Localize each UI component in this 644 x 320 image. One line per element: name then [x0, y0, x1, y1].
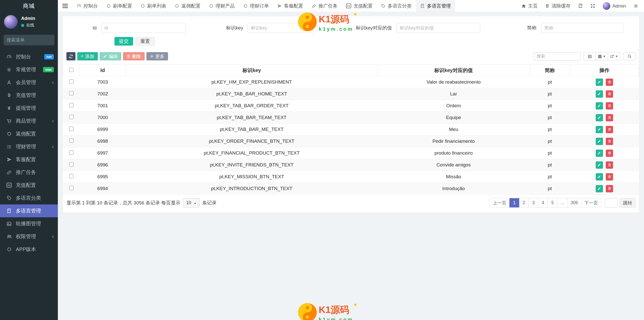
- row-edit-button[interactable]: [596, 90, 603, 98]
- row-edit-button[interactable]: [596, 185, 603, 192]
- sidebar-search-input[interactable]: [7, 38, 65, 43]
- row-checkbox[interactable]: [69, 162, 73, 166]
- page-button-1[interactable]: 1: [509, 198, 519, 207]
- sidebar-item-console[interactable]: 控制台hot: [0, 50, 58, 63]
- export-button[interactable]: ▼: [608, 52, 620, 60]
- user-menu[interactable]: Admin: [603, 2, 626, 10]
- table-row: 6997 pt,KEY_FINANCIAL_PRODUCT_BTN_TEXT p…: [63, 147, 639, 159]
- tab-recharge-config[interactable]: cc充值配置: [342, 0, 377, 12]
- filter-id-input[interactable]: [101, 23, 185, 33]
- page-button-4[interactable]: 4: [538, 198, 548, 207]
- select-all-checkbox[interactable]: [69, 68, 73, 72]
- sidebar-item-app-version[interactable]: APP版本: [0, 243, 58, 256]
- sidebar-item-lang-category[interactable]: 多语言分类: [0, 192, 58, 204]
- clear-cache-link[interactable]: 清除缓存: [545, 3, 571, 9]
- add-button[interactable]: +添加: [77, 52, 98, 60]
- row-checkbox[interactable]: [69, 150, 73, 155]
- filter-short-input[interactable]: [541, 23, 623, 33]
- jump-page-input[interactable]: [605, 198, 618, 207]
- sidebar-item-service[interactable]: 客服配置: [0, 153, 58, 166]
- translate-button[interactable]: [578, 4, 583, 8]
- row-delete-button[interactable]: [606, 126, 613, 133]
- delete-button[interactable]: 删除: [123, 52, 145, 60]
- cell-actions: [570, 147, 639, 159]
- tab-service-config[interactable]: 客服配置: [273, 0, 307, 12]
- row-delete-button[interactable]: [606, 102, 613, 110]
- row-edit-button[interactable]: [596, 161, 603, 169]
- prev-page-button[interactable]: 上一页: [490, 198, 510, 207]
- row-delete-button[interactable]: [606, 114, 613, 121]
- sidebar-item-permission[interactable]: 权限管理‹: [0, 230, 58, 243]
- row-delete-button[interactable]: [606, 79, 613, 86]
- pencil-icon: [597, 80, 601, 84]
- edit-button[interactable]: 编辑: [100, 52, 121, 60]
- home-link[interactable]: 主页: [521, 3, 538, 9]
- row-checkbox[interactable]: [69, 79, 73, 84]
- next-page-button[interactable]: 下一页: [581, 198, 601, 207]
- sidebar-item-members[interactable]: 会员管理‹: [0, 76, 58, 89]
- sidebar-item-finance[interactable]: 理财管理‹: [0, 140, 58, 153]
- tab-lang-category[interactable]: 多语言分类: [377, 0, 416, 12]
- row-edit-button[interactable]: [596, 150, 603, 157]
- page-button-5[interactable]: 5: [548, 198, 557, 207]
- row-delete-button[interactable]: [606, 90, 613, 98]
- filter-value-input[interactable]: [396, 23, 480, 33]
- row-delete-button[interactable]: [606, 173, 613, 181]
- row-edit-button[interactable]: [596, 102, 603, 110]
- row-edit-button[interactable]: [596, 114, 603, 121]
- tab-order-config[interactable]: 刷单配置: [102, 0, 136, 12]
- sidebar-item-promotion[interactable]: 推广任务: [0, 166, 58, 179]
- table-search-input[interactable]: [534, 52, 581, 60]
- row-delete-button[interactable]: [606, 161, 613, 169]
- row-checkbox[interactable]: [69, 186, 73, 190]
- hamburger-menu-icon[interactable]: [58, 0, 72, 12]
- search-toggle-button[interactable]: [623, 52, 635, 60]
- table-row: 6995 pt,KEY_MISSION_BTN_TEXT Missão pt: [63, 171, 639, 183]
- row-edit-button[interactable]: [596, 126, 603, 133]
- tab-finance-product[interactable]: 理财产品: [205, 0, 239, 12]
- tab-promotion-task[interactable]: 推广任务: [307, 0, 342, 12]
- row-edit-button[interactable]: [596, 79, 603, 86]
- detail-view-button[interactable]: ▤: [584, 52, 596, 60]
- row-checkbox[interactable]: [69, 115, 73, 119]
- tab-console[interactable]: 控制台: [72, 0, 102, 12]
- row-checkbox[interactable]: [69, 138, 73, 143]
- sidebar-item-withdraw[interactable]: ¥提现管理: [0, 102, 58, 115]
- page-size-dropdown[interactable]: 10▲: [183, 198, 200, 207]
- page-button-2[interactable]: 2: [519, 198, 529, 207]
- more-button[interactable]: 更多: [146, 52, 168, 60]
- page-button-306[interactable]: 306: [567, 198, 581, 207]
- tab-finance-order[interactable]: 理财订单: [239, 0, 273, 12]
- row-delete-button[interactable]: [606, 185, 613, 192]
- sidebar-search[interactable]: [4, 35, 54, 45]
- tab-lang-manage[interactable]: 多语言管理: [416, 0, 455, 12]
- row-checkbox[interactable]: [69, 91, 73, 95]
- sidebar-item-carousel[interactable]: 轮播图管理: [0, 217, 58, 230]
- jump-button[interactable]: 跳转: [620, 198, 635, 207]
- sidebar-item-recharge-config[interactable]: cc充值配置: [0, 179, 58, 192]
- sidebar-item-general[interactable]: 常规管理new: [0, 63, 58, 76]
- filter-key-input[interactable]: [248, 23, 313, 33]
- row-edit-button[interactable]: [596, 173, 603, 181]
- reset-button[interactable]: 重置: [136, 37, 155, 46]
- refresh-button[interactable]: [66, 52, 75, 60]
- fullscreen-button[interactable]: [590, 4, 595, 8]
- sidebar-item-lang-manage[interactable]: 多语言管理: [0, 204, 58, 217]
- submit-button[interactable]: 提交: [114, 37, 133, 46]
- row-checkbox[interactable]: [69, 174, 73, 178]
- columns-button[interactable]: ▦▼: [595, 52, 608, 60]
- tab-order-list[interactable]: 刷单列表: [136, 0, 171, 12]
- row-checkbox[interactable]: [69, 103, 73, 107]
- user-panel: Admin 在线: [0, 12, 58, 32]
- page-button-3[interactable]: 3: [529, 198, 538, 207]
- row-edit-button[interactable]: [596, 138, 603, 145]
- row-checkbox[interactable]: [69, 127, 73, 131]
- sidebar-item-products[interactable]: 商品管理‹: [0, 115, 58, 127]
- row-delete-button[interactable]: [606, 150, 613, 157]
- tab-rebate-config[interactable]: 返佣配置: [171, 0, 205, 12]
- sidebar-item-recharge[interactable]: 充值管理: [0, 89, 58, 102]
- cart-icon: [6, 119, 13, 124]
- sidebar-item-rebate[interactable]: 返佣配置: [0, 127, 58, 140]
- row-delete-button[interactable]: [606, 138, 613, 145]
- settings-button[interactable]: [633, 4, 638, 9]
